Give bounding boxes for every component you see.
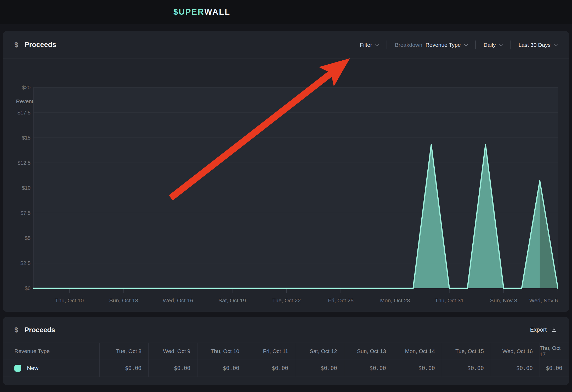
divider [387, 41, 387, 49]
table-column-header: Mon, Oct 14 [393, 343, 442, 360]
x-axis-labels: Thu, Oct 10Sun, Oct 13Wed, Oct 16Sat, Oc… [33, 296, 558, 305]
y-axis-tick-label: $0 [0, 284, 31, 292]
x-axis-tick-label: Thu, Oct 31 [435, 296, 464, 305]
header-divider [3, 59, 569, 59]
panel-title: Proceeds [24, 41, 56, 49]
table-column-header: Sun, Oct 13 [344, 343, 393, 360]
filter-dropdown[interactable]: Filter [360, 42, 379, 48]
export-label: Export [530, 326, 547, 333]
chevron-down-icon [464, 42, 468, 46]
chart-plot-area[interactable] [33, 87, 558, 294]
table-cell: $0.00 [295, 360, 344, 377]
chevron-down-icon [499, 42, 503, 46]
y-axis-tick-label: $5 [0, 234, 31, 242]
dollar-icon: $ [14, 326, 18, 334]
divider [475, 41, 476, 49]
breakdown-dropdown[interactable]: Breakdown Revenue Type [395, 42, 467, 48]
y-axis-tick-label: $17.5 [0, 109, 31, 117]
granularity-dropdown[interactable]: Daily [484, 42, 502, 48]
table-column-header: Thu, Oct 10 [197, 343, 246, 360]
granularity-value: Daily [484, 42, 496, 48]
download-icon [551, 327, 557, 333]
table-cell: $0.00 [393, 360, 442, 377]
y-axis-tick-label: $2.5 [0, 259, 31, 267]
chart-controls: Filter Breakdown Revenue Type Daily Last… [360, 31, 557, 59]
table-column-header: Thu, Oct 17 [540, 343, 569, 360]
y-axis-tick-label: $20 [0, 84, 31, 91]
table-cell: $0.00 [344, 360, 393, 377]
table-column-header: Tue, Oct 15 [442, 343, 491, 360]
x-axis-tick-label: Sun, Nov 3 [490, 296, 517, 305]
chart-panel-title-group: $ Proceeds [14, 31, 56, 59]
filter-label: Filter [360, 42, 372, 48]
x-axis-tick-label: Sat, Oct 19 [218, 296, 246, 305]
export-button[interactable]: Export [530, 317, 557, 343]
chart-panel-header: $ Proceeds Filter Breakdown Revenue Type… [3, 31, 569, 59]
y-axis-labels: $0$2.5$5$7.5$10$12.5$15$17.5$20 [0, 87, 31, 294]
table-cell: $0.00 [99, 360, 148, 377]
breakdown-label: Breakdown [395, 42, 422, 48]
x-axis-tick-label: Thu, Oct 10 [55, 296, 84, 305]
x-axis-tick-label: Sun, Oct 13 [109, 296, 138, 305]
chevron-down-icon [554, 42, 558, 46]
x-axis-tick-label: Wed, Oct 16 [163, 296, 193, 305]
table-cell: $0.00 [540, 360, 569, 377]
proceeds-table-panel: $ Proceeds Export Revenue TypeTue, Oct 8… [3, 317, 569, 385]
table-panel-header: $ Proceeds Export [3, 317, 569, 343]
superwall-logo[interactable]: $UPERWALL [173, 0, 230, 24]
table-cell: $0.00 [442, 360, 491, 377]
breakdown-value: Revenue Type [426, 42, 461, 48]
table-divider [3, 377, 569, 377]
date-range-dropdown[interactable]: Last 30 Days [518, 42, 557, 48]
table-cell: $0.00 [246, 360, 295, 377]
table-column-header: Wed, Oct 16 [491, 343, 540, 360]
date-range-value: Last 30 Days [518, 42, 551, 48]
table-column-header: Fri, Oct 11 [246, 343, 295, 360]
table-cell: $0.00 [491, 360, 540, 377]
logo-primary: $UPER [173, 7, 204, 17]
table-cell: $0.00 [197, 360, 246, 377]
row-label-text: New [27, 365, 38, 372]
table-column-header: Wed, Oct 9 [148, 343, 197, 360]
x-axis-tick-label: Tue, Oct 22 [272, 296, 301, 305]
x-axis-tick-label: Mon, Oct 28 [380, 296, 410, 305]
chevron-down-icon [375, 42, 379, 46]
y-axis-tick-label: $15 [0, 134, 31, 142]
y-axis-tick-label: $12.5 [0, 159, 31, 167]
stacked-area-chart [33, 87, 558, 294]
legend-swatch [14, 365, 21, 372]
table-column-header: Sat, Oct 12 [295, 343, 344, 360]
table-column-header: Revenue Type [3, 343, 99, 360]
table-cell: $0.00 [148, 360, 197, 377]
panel-title: Proceeds [24, 326, 55, 334]
top-bar: $UPERWALL [0, 0, 572, 24]
table-row-label[interactable]: New [3, 360, 99, 377]
dashboard-page: $UPERWALL $ Proceeds Filter Breakdown Re… [0, 0, 572, 392]
dollar-icon: $ [14, 41, 18, 49]
x-axis-tick-label: Fri, Oct 25 [328, 296, 354, 305]
y-axis-tick-label: $10 [0, 184, 31, 192]
table-column-header: Tue, Oct 8 [99, 343, 148, 360]
divider [510, 41, 511, 49]
x-axis-tick-label: Wed, Nov 6 [529, 296, 558, 305]
logo-secondary: WALL [204, 7, 230, 17]
table-panel-title-group: $ Proceeds [14, 317, 55, 343]
y-axis-tick-label: $7.5 [0, 209, 31, 217]
